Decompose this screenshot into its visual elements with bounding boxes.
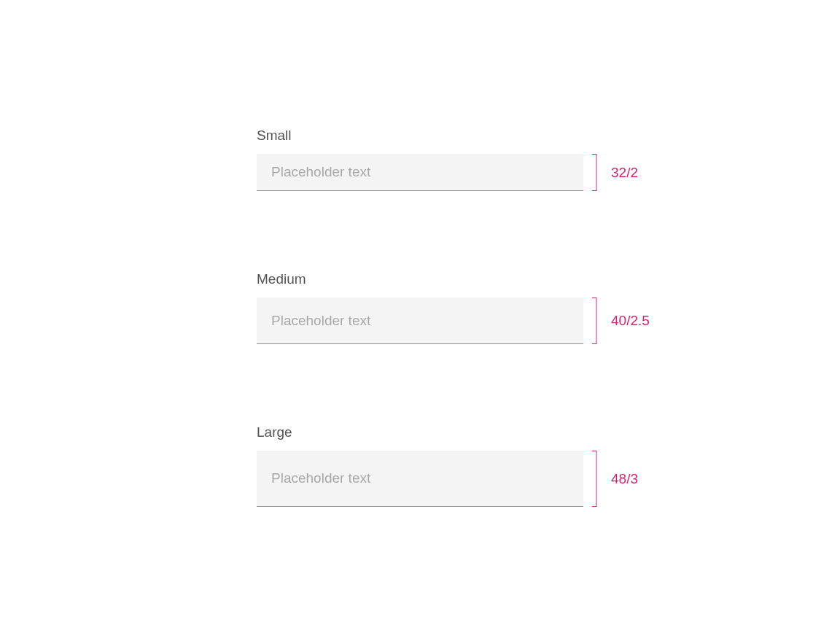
size-label-large: Large: [257, 424, 665, 440]
text-input-large[interactable]: [257, 451, 583, 507]
height-bracket-small: 32/2: [592, 154, 638, 191]
size-row-large: Large 48/3: [257, 424, 665, 507]
height-annotation-small: 32/2: [611, 165, 638, 181]
text-input-medium[interactable]: [257, 298, 583, 344]
height-annotation-large: 48/3: [611, 471, 638, 487]
size-row-medium: Medium 40/2.5: [257, 271, 665, 344]
size-label-small: Small: [257, 128, 665, 144]
height-annotation-medium: 40/2.5: [611, 313, 650, 329]
text-input-small[interactable]: [257, 154, 583, 191]
height-bracket-large: 48/3: [592, 451, 638, 507]
size-label-medium: Medium: [257, 271, 665, 287]
height-bracket-medium: 40/2.5: [592, 298, 650, 344]
size-row-small: Small 32/2: [257, 128, 665, 191]
